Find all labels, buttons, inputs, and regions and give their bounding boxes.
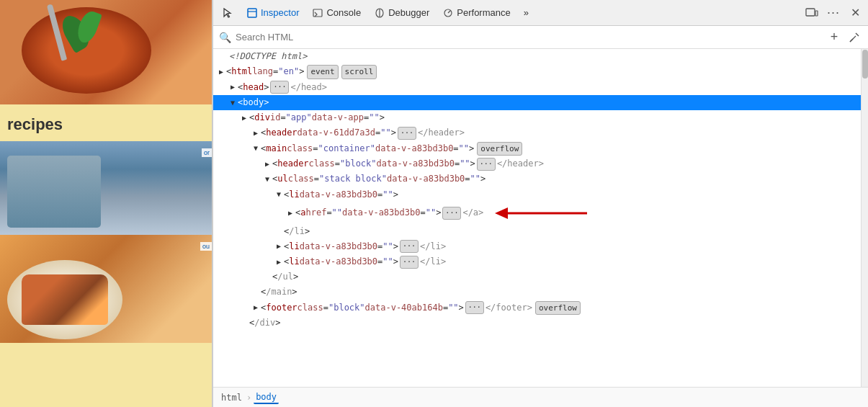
badge-event[interactable]: event — [307, 65, 338, 79]
preview-middle-image: or — [0, 141, 212, 235]
responsive-icon — [805, 7, 818, 19]
toggle-expand[interactable]: ▼ — [251, 143, 261, 153]
recipes-heading: recipes — [4, 108, 208, 138]
red-arrow-annotation — [495, 203, 589, 223]
console-label: Console — [326, 7, 361, 18]
tree-row[interactable]: ▶<header data-v-61dd7a3d=""> ···</header… — [213, 125, 861, 140]
ellipsis-badge[interactable]: ··· — [477, 158, 496, 171]
console-icon — [312, 7, 323, 19]
scrollbar[interactable] — [861, 49, 868, 387]
pick-element-button[interactable] — [846, 30, 862, 45]
toggle-expand[interactable]: ▼ — [228, 98, 238, 108]
search-icon: 🔍 — [219, 32, 231, 43]
tree-row[interactable]: ▶<div id="app" data-v-app=""> — [213, 110, 861, 125]
ellipsis-badge[interactable]: ··· — [270, 81, 289, 94]
toggle-collapse[interactable]: ▶ — [216, 67, 226, 77]
breadcrumb-bar: html › body — [213, 387, 868, 407]
tree-row[interactable]: </div> — [213, 316, 861, 331]
tree-row[interactable]: ▼<main class="container" data-v-a83bd3b0… — [213, 141, 861, 157]
devtools-toolbar: Inspector Console Debugger Performance » — [213, 0, 868, 26]
debugger-icon — [374, 7, 385, 19]
cursor-tool-button[interactable] — [216, 4, 239, 22]
inspector-button[interactable]: Inspector — [241, 4, 305, 22]
toggle-expand[interactable]: ▼ — [274, 189, 284, 200]
tree-row[interactable]: ▶<html lang="en"> event scroll — [213, 64, 861, 80]
responsive-button[interactable] — [802, 3, 822, 23]
tree-row[interactable]: ▶<header class="block" data-v-a83bd3b0="… — [213, 156, 861, 171]
tree-row[interactable]: </li> — [213, 224, 861, 239]
ellipsis-badge[interactable]: ··· — [442, 207, 461, 220]
toggle-collapse[interactable]: ▶ — [274, 241, 284, 251]
side-label-1: or — [202, 148, 212, 157]
breadcrumb-body[interactable]: body — [254, 391, 279, 404]
tree-row[interactable]: ▶<footer class="block" data-v-40ab164b="… — [213, 300, 861, 316]
toggle-collapse[interactable]: ▶ — [262, 159, 272, 169]
close-button[interactable]: ✕ — [845, 3, 865, 23]
breadcrumb-separator: › — [246, 393, 251, 403]
svg-marker-11 — [495, 207, 508, 219]
tree-row[interactable]: ▼<li data-v-a83bd3b0=""> — [213, 187, 861, 202]
toggle-expand[interactable]: ▼ — [262, 174, 272, 184]
debugger-label: Debugger — [388, 7, 429, 18]
svg-rect-0 — [248, 9, 256, 17]
toggle-collapse[interactable]: ▶ — [228, 82, 238, 92]
website-preview: recipes or ou — [0, 0, 212, 407]
add-node-button[interactable]: + — [826, 30, 842, 45]
toggle-collapse[interactable]: ▶ — [274, 257, 284, 267]
performance-button[interactable]: Performance — [437, 4, 516, 22]
badge-overflow[interactable]: overflow — [477, 142, 522, 156]
more-options-button[interactable]: ··· — [823, 3, 844, 23]
debugger-button[interactable]: Debugger — [368, 4, 435, 22]
ellipsis-badge[interactable]: ··· — [400, 240, 419, 253]
tree-row[interactable]: </ul> — [213, 269, 861, 285]
preview-top-image — [0, 0, 212, 104]
more-tabs-button[interactable]: » — [518, 4, 534, 21]
devtools-panel: Inspector Console Debugger Performance » — [212, 0, 868, 407]
tree-row[interactable]: ▼<body> — [213, 95, 861, 110]
svg-rect-8 — [815, 11, 818, 16]
tree-row[interactable]: </main> — [213, 285, 861, 300]
toggle-collapse[interactable]: ▶ — [285, 208, 295, 218]
ellipsis-badge[interactable]: ··· — [398, 127, 416, 140]
svg-rect-7 — [806, 9, 815, 16]
eyedropper-icon — [849, 32, 860, 43]
svg-line-6 — [448, 11, 450, 13]
search-input[interactable] — [236, 32, 822, 43]
svg-rect-2 — [313, 9, 322, 17]
badge-scroll[interactable]: scroll — [341, 65, 377, 79]
search-bar: 🔍 + — [213, 26, 868, 49]
toggle-collapse[interactable]: ▶ — [251, 128, 261, 138]
more-tabs-icon: » — [524, 7, 529, 18]
inspector-icon — [246, 7, 258, 19]
performance-icon — [442, 7, 454, 19]
svg-line-9 — [856, 33, 859, 36]
svg-line-10 — [850, 39, 853, 42]
ellipsis-badge[interactable]: ··· — [400, 256, 419, 269]
cursor-icon — [222, 7, 233, 19]
more-options-icon: ··· — [827, 5, 840, 20]
tree-row-doctype[interactable]: <!DOCTYPE html> — [213, 49, 861, 64]
toggle-collapse[interactable]: ▶ — [239, 113, 249, 123]
toggle-collapse[interactable]: ▶ — [251, 303, 261, 313]
console-button[interactable]: Console — [306, 4, 367, 22]
breadcrumb-html[interactable]: html — [219, 392, 244, 403]
tree-row[interactable]: ▶<a href="" data-v-a83bd3b0=""> ···</a> — [213, 202, 861, 224]
tree-row[interactable]: ▶<head> ···</head> — [213, 80, 861, 95]
add-icon: + — [831, 30, 838, 45]
close-icon: ✕ — [851, 6, 860, 19]
html-tree: <!DOCTYPE html>▶<html lang="en"> event s… — [213, 49, 861, 387]
tree-row[interactable]: ▼<ul class="stack block" data-v-a83bd3b0… — [213, 171, 861, 187]
performance-label: Performance — [457, 7, 510, 18]
side-label-2: ou — [200, 242, 212, 251]
ellipsis-badge[interactable]: ··· — [465, 301, 484, 314]
tree-row[interactable]: ▶<li data-v-a83bd3b0=""> ···</li> — [213, 239, 861, 254]
tree-row[interactable]: ▶<li data-v-a83bd3b0=""> ···</li> — [213, 254, 861, 269]
inspector-label: Inspector — [261, 7, 299, 18]
badge-extra-overflow[interactable]: overflow — [535, 301, 581, 316]
preview-bottom-image: ou — [0, 235, 212, 343]
scrollbar-thumb[interactable] — [862, 50, 868, 79]
